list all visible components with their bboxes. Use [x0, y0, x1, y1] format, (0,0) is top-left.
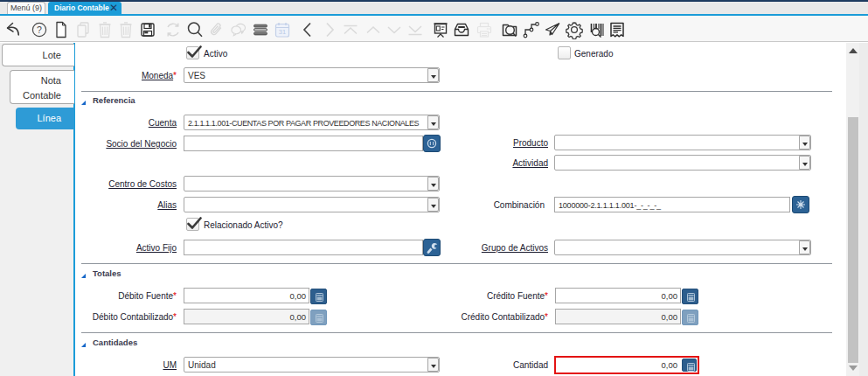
svg-text:31: 31 [279, 28, 286, 36]
svg-text:?: ? [37, 24, 42, 35]
